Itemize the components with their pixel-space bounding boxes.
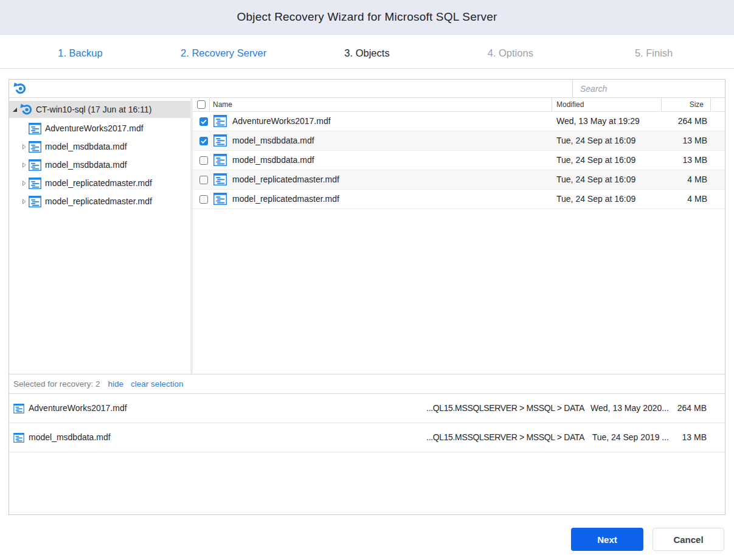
- expanded-triangle-icon[interactable]: [13, 108, 17, 112]
- backup-tree: CT-win10-sql (17 Jun at 16:11) Adventure…: [9, 98, 190, 374]
- table-header: Name Modified Size: [193, 98, 725, 112]
- mdf-file-icon: [29, 196, 41, 207]
- selected-item-location: ...QL15.MSSQLSERVER > MSSQL > DATA: [426, 423, 584, 452]
- panel-empty-space: [9, 452, 725, 514]
- mdf-file-icon: [13, 433, 24, 443]
- collapsed-triangle-icon[interactable]: [23, 199, 26, 204]
- clear-selection-link[interactable]: clear selection: [131, 379, 183, 389]
- row-modified: Tue, 24 Sep at 16:09: [556, 190, 635, 209]
- selected-item-name: model_msdbdata.mdf: [29, 423, 111, 452]
- mdf-file-icon: [213, 193, 227, 205]
- collapsed-triangle-icon[interactable]: [23, 144, 26, 150]
- restore-point-icon: [20, 103, 33, 116]
- wizard-title-bar: Object Recovery Wizard for Microsoft SQL…: [0, 0, 734, 35]
- select-all-checkbox[interactable]: [197, 100, 206, 109]
- tree-item[interactable]: model_msdbdata.mdf: [9, 137, 190, 156]
- row-size: 4 MB: [661, 170, 710, 189]
- split-area: CT-win10-sql (17 Jun at 16:11) Adventure…: [9, 98, 725, 375]
- tree-item[interactable]: model_msdbdata.mdf: [9, 156, 190, 174]
- search-box: [572, 80, 725, 97]
- step-options: 4. Options: [438, 35, 582, 68]
- selected-item-row[interactable]: model_msdbdata.mdf ...QL15.MSSQLSERVER >…: [9, 423, 725, 452]
- row-checkbox-unchecked[interactable]: [199, 156, 208, 165]
- hide-link[interactable]: hide: [108, 379, 124, 389]
- row-size: 264 MB: [661, 112, 710, 131]
- mdf-file-icon: [29, 159, 41, 171]
- row-name: AdventureWorks2017.mdf: [232, 112, 331, 131]
- step-objects[interactable]: 3. Objects: [296, 35, 439, 68]
- collapsed-triangle-icon[interactable]: [23, 181, 26, 186]
- table-row[interactable]: model_replicatedmaster.mdf Tue, 24 Sep a…: [193, 170, 725, 190]
- step-backup[interactable]: 1. Backup: [9, 35, 152, 68]
- refresh-icon[interactable]: [13, 82, 27, 95]
- row-size: 13 MB: [661, 151, 710, 170]
- table-row[interactable]: model_replicatedmaster.mdf Tue, 24 Sep a…: [193, 190, 725, 209]
- selected-item-size: 13 MB: [682, 423, 707, 452]
- table-row[interactable]: model_msdbdata.mdf Tue, 24 Sep at 16:09 …: [193, 131, 725, 151]
- row-checkbox-checked[interactable]: [199, 117, 208, 126]
- mdf-file-icon: [213, 173, 227, 185]
- collapsed-triangle-icon[interactable]: [23, 162, 26, 168]
- mdf-file-icon: [213, 134, 227, 147]
- toolbar: [9, 80, 725, 98]
- row-modified: Tue, 24 Sep at 16:09: [556, 170, 635, 189]
- column-header-modified[interactable]: Modified: [556, 98, 584, 111]
- mdf-file-icon: [213, 154, 227, 166]
- selected-item-modified: Tue, 24 Sep 2019 ...: [592, 423, 669, 452]
- tree-item-label: model_replicatedmaster.mdf: [45, 178, 152, 188]
- next-button[interactable]: Next: [571, 528, 643, 551]
- wizard-footer: Next Cancel: [0, 515, 734, 560]
- objects-panel: CT-win10-sql (17 Jun at 16:11) Adventure…: [9, 79, 725, 515]
- row-name: model_replicatedmaster.mdf: [232, 190, 339, 209]
- selected-item-location: ...QL15.MSSQLSERVER > MSSQL > DATA: [426, 394, 584, 423]
- selection-summary: Selected for recovery: 2: [13, 379, 100, 389]
- mdf-file-icon: [29, 123, 41, 134]
- table-row[interactable]: AdventureWorks2017.mdf Wed, 13 May at 19…: [193, 112, 725, 131]
- tree-root-label: CT-win10-sql (17 Jun at 16:11): [36, 105, 151, 114]
- row-checkbox-unchecked[interactable]: [199, 195, 208, 204]
- row-modified: Tue, 24 Sep at 16:09: [556, 151, 635, 170]
- row-modified: Wed, 13 May at 19:29: [556, 112, 640, 131]
- selected-item-size: 264 MB: [677, 394, 707, 423]
- tree-item-label: model_replicatedmaster.mdf: [45, 196, 152, 206]
- row-name: model_msdbdata.mdf: [232, 131, 314, 150]
- tree-item[interactable]: model_replicatedmaster.mdf: [9, 174, 190, 192]
- tree-item-label: model_msdbdata.mdf: [45, 160, 127, 170]
- selected-item-row[interactable]: AdventureWorks2017.mdf ...QL15.MSSQLSERV…: [9, 394, 725, 423]
- tree-item[interactable]: AdventureWorks2017.mdf: [9, 119, 190, 137]
- mdf-file-icon: [213, 115, 227, 127]
- table-row[interactable]: model_msdbdata.mdf Tue, 24 Sep at 16:09 …: [193, 151, 725, 170]
- objects-table: Name Modified Size AdventureWorks2017.md…: [193, 98, 725, 374]
- mdf-file-icon: [29, 178, 41, 189]
- selected-item-modified: Wed, 13 May 2020...: [590, 394, 669, 423]
- tree-item-label: model_msdbdata.mdf: [45, 142, 127, 151]
- wizard-title: Object Recovery Wizard for Microsoft SQL…: [237, 10, 497, 24]
- row-checkbox-unchecked[interactable]: [199, 176, 208, 184]
- row-size: 4 MB: [661, 190, 710, 209]
- search-input[interactable]: [573, 80, 725, 97]
- step-finish: 5. Finish: [582, 35, 725, 68]
- wizard-steps: 1. Backup 2. Recovery Server 3. Objects …: [9, 35, 725, 69]
- column-header-name[interactable]: Name: [213, 98, 232, 111]
- mdf-file-icon: [13, 404, 24, 413]
- tree-item[interactable]: model_replicatedmaster.mdf: [9, 192, 190, 210]
- selection-summary-bar: Selected for recovery: 2 hide clear sele…: [9, 375, 725, 394]
- row-checkbox-checked[interactable]: [199, 137, 208, 145]
- row-name: model_replicatedmaster.mdf: [232, 170, 339, 189]
- tree-item-label: AdventureWorks2017.mdf: [45, 123, 144, 133]
- row-modified: Tue, 24 Sep at 16:09: [556, 131, 635, 150]
- selected-item-name: AdventureWorks2017.mdf: [29, 394, 127, 423]
- row-name: model_msdbdata.mdf: [232, 151, 314, 170]
- step-recovery-server[interactable]: 2. Recovery Server: [152, 35, 296, 68]
- cancel-button[interactable]: Cancel: [653, 528, 724, 551]
- tree-root-server[interactable]: CT-win10-sql (17 Jun at 16:11): [9, 101, 190, 118]
- mdf-file-icon: [29, 141, 41, 153]
- column-header-size[interactable]: Size: [661, 98, 710, 111]
- row-size: 13 MB: [661, 131, 710, 150]
